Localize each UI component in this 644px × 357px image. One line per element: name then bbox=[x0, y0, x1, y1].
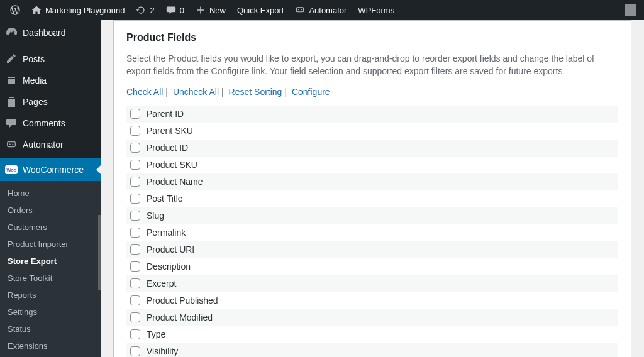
menu-media[interactable]: Media bbox=[0, 70, 101, 91]
submenu-product-importer[interactable]: Product Importer bbox=[0, 236, 101, 253]
svg-point-2 bbox=[301, 9, 303, 10]
panel-heading: Product Fields bbox=[126, 32, 618, 43]
submenu-store-export[interactable]: Store Export bbox=[0, 253, 101, 270]
field-checkbox[interactable] bbox=[130, 160, 140, 170]
field-row[interactable]: Product SKU bbox=[126, 157, 618, 173]
menu-automator[interactable]: Automator bbox=[0, 134, 101, 155]
panel-action-links: Check All| Uncheck All| Reset Sorting| C… bbox=[126, 87, 618, 97]
update-icon bbox=[136, 5, 146, 15]
account-link[interactable] bbox=[620, 0, 639, 20]
svg-rect-3 bbox=[8, 142, 16, 147]
field-checkbox[interactable] bbox=[130, 194, 140, 204]
link-uncheck-all[interactable]: Uncheck All bbox=[173, 87, 219, 97]
field-checkbox[interactable] bbox=[130, 109, 140, 119]
menu-label: Media bbox=[23, 75, 47, 85]
site-link[interactable]: Marketing Playground bbox=[26, 0, 130, 20]
field-checkbox[interactable] bbox=[130, 329, 140, 339]
link-reset-sorting[interactable]: Reset Sorting bbox=[229, 87, 282, 97]
menu-label: Comments bbox=[23, 118, 65, 128]
robot-icon bbox=[5, 138, 18, 151]
field-checkbox[interactable] bbox=[130, 261, 140, 272]
field-checkbox[interactable] bbox=[130, 126, 140, 136]
field-row[interactable]: Parent ID bbox=[126, 106, 618, 123]
submenu-reports[interactable]: Reports bbox=[0, 287, 101, 304]
new-content-link[interactable]: New bbox=[191, 0, 231, 20]
svg-point-5 bbox=[12, 143, 13, 145]
field-checkbox[interactable] bbox=[130, 312, 140, 322]
field-label: Post Title bbox=[147, 194, 183, 204]
field-checkbox[interactable] bbox=[130, 295, 140, 305]
automator-link[interactable]: Automator bbox=[290, 0, 352, 20]
menu-posts[interactable]: Posts bbox=[0, 48, 101, 70]
field-row[interactable]: Product URI bbox=[126, 241, 618, 258]
submenu-status[interactable]: Status bbox=[0, 321, 101, 338]
dashboard-icon bbox=[5, 26, 18, 39]
field-row[interactable]: Product ID bbox=[126, 140, 618, 157]
field-label: Slug bbox=[147, 211, 164, 221]
field-checkbox[interactable] bbox=[130, 143, 140, 153]
menu-woocommerce[interactable]: Woo WooCommerce bbox=[0, 158, 101, 181]
pages-icon bbox=[5, 96, 18, 108]
submenu-orders[interactable]: Orders bbox=[0, 202, 101, 219]
comments-count: 0 bbox=[180, 6, 184, 15]
field-checkbox[interactable] bbox=[130, 211, 140, 221]
field-list: Parent ID Parent SKU Product ID Product … bbox=[126, 106, 618, 357]
field-label: Product SKU bbox=[147, 160, 197, 170]
wpforms-link[interactable]: WPForms bbox=[353, 0, 399, 20]
menu-label: WooCommerce bbox=[23, 165, 84, 175]
field-label: Description bbox=[147, 261, 191, 272]
field-label: Excerpt bbox=[147, 278, 176, 288]
comments-link[interactable]: 0 bbox=[161, 0, 189, 20]
field-label: Product Published bbox=[147, 295, 218, 305]
field-checkbox[interactable] bbox=[130, 177, 140, 187]
robot-icon bbox=[295, 5, 305, 15]
submenu-customers[interactable]: Customers bbox=[0, 219, 101, 236]
product-fields-panel: Product Fields Select the Product fields… bbox=[113, 20, 631, 357]
menu-label: Automator bbox=[23, 140, 64, 150]
field-row[interactable]: Post Title bbox=[126, 190, 618, 207]
link-check-all[interactable]: Check All bbox=[126, 87, 163, 97]
field-row[interactable]: Description bbox=[126, 258, 618, 275]
svg-point-1 bbox=[298, 9, 299, 10]
field-row[interactable]: Product Modified bbox=[126, 309, 618, 326]
field-row[interactable]: Excerpt bbox=[126, 275, 618, 292]
field-checkbox[interactable] bbox=[130, 346, 140, 356]
field-checkbox[interactable] bbox=[130, 244, 140, 255]
field-label: Type bbox=[147, 329, 165, 339]
field-label: Visibility bbox=[147, 346, 178, 356]
woo-icon: Woo bbox=[5, 163, 18, 176]
menu-comments[interactable]: Comments bbox=[0, 113, 101, 134]
admin-sidebar: Dashboard Posts Media Pages Comments bbox=[0, 20, 101, 357]
field-checkbox[interactable] bbox=[130, 278, 140, 288]
link-configure[interactable]: Configure bbox=[292, 87, 330, 97]
field-row[interactable]: Parent SKU bbox=[126, 123, 618, 140]
field-row[interactable]: Type bbox=[126, 326, 618, 343]
plus-icon bbox=[196, 5, 206, 15]
field-checkbox[interactable] bbox=[130, 228, 140, 238]
submenu-extensions[interactable]: Extensions bbox=[0, 338, 101, 354]
wp-logo[interactable] bbox=[5, 0, 25, 20]
panel-description: Select the Product fields you would like… bbox=[126, 52, 618, 78]
field-row[interactable]: Product Published bbox=[126, 292, 618, 309]
field-label: Product ID bbox=[147, 143, 188, 153]
submenu-store-toolkit[interactable]: Store Toolkit bbox=[0, 270, 101, 287]
automator-label: Automator bbox=[309, 6, 347, 15]
comment-icon bbox=[166, 5, 176, 15]
main-content: Product Fields Select the Product fields… bbox=[101, 20, 644, 357]
submenu-settings[interactable]: Settings bbox=[0, 304, 101, 321]
field-row[interactable]: Product Name bbox=[126, 173, 618, 190]
site-name: Marketing Playground bbox=[45, 6, 125, 15]
home-icon bbox=[31, 5, 42, 15]
field-row[interactable]: Visibility bbox=[126, 343, 618, 357]
menu-label: Pages bbox=[23, 97, 48, 107]
menu-dashboard[interactable]: Dashboard bbox=[0, 20, 101, 45]
quick-export-link[interactable]: Quick Export bbox=[232, 0, 289, 20]
updates-link[interactable]: 2 bbox=[131, 0, 159, 20]
field-row[interactable]: Permalink bbox=[126, 224, 618, 241]
comment-icon bbox=[5, 117, 18, 129]
media-icon bbox=[5, 74, 18, 87]
field-label: Product Modified bbox=[147, 312, 213, 322]
field-row[interactable]: Slug bbox=[126, 207, 618, 224]
menu-pages[interactable]: Pages bbox=[0, 91, 101, 113]
submenu-home[interactable]: Home bbox=[0, 185, 101, 202]
